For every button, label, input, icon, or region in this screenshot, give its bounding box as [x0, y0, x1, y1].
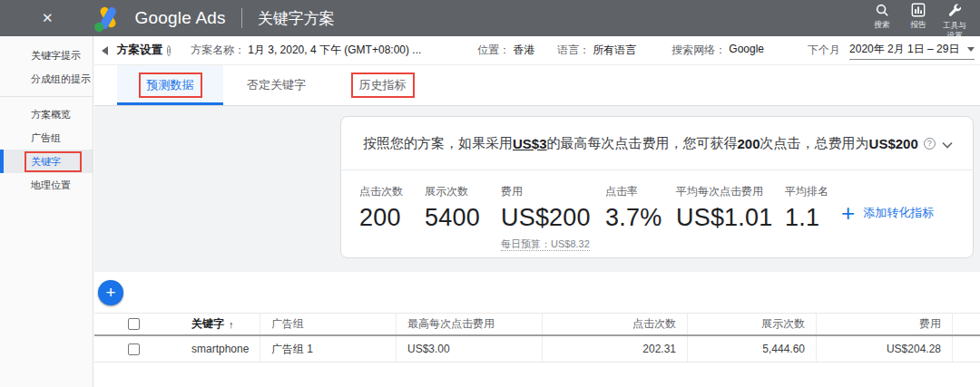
metric-impressions: 展示次数 5400 — [425, 184, 501, 232]
search-icon — [875, 3, 889, 17]
plan-settings-bar: 方案设置 i 方案名称： 1月 3, 2020, 4 下午 (GMT+08:00… — [94, 36, 980, 65]
sidebar-item-keyword-ideas[interactable]: 关键字提示 — [0, 44, 93, 67]
metric-cost: 费用 US$200 每日预算：US$8.32 — [501, 184, 605, 251]
keywords-table-section: + 关键字 ↑ 广告组 最高每次点击费用 点击次数 展示次数 费用 — [94, 272, 980, 387]
search-label: 搜索 — [875, 20, 890, 29]
header-ad-group[interactable]: 广告组 — [260, 314, 397, 334]
metric-avg-position: 平均排名 1.1 — [785, 184, 841, 232]
daily-budget[interactable]: 每日预算：US$8.32 — [501, 237, 605, 251]
add-conversion-metrics-button[interactable]: + 添加转化指标 — [841, 204, 934, 222]
tools-settings-button[interactable]: 工具与 设置 — [936, 0, 973, 40]
cell-impressions: 5,444.60 — [688, 336, 817, 362]
row-checkbox[interactable] — [128, 343, 140, 355]
header-impressions[interactable]: 展示次数 — [688, 314, 817, 334]
table-row[interactable]: smartphone 广告组 1 US$3.00 202.31 5,444.60… — [94, 336, 980, 363]
plan-settings-title: 方案设置 — [117, 43, 162, 58]
max-cpc-value: US$3 — [513, 136, 547, 151]
caret-down-icon — [967, 47, 975, 52]
cell-ad-group: 广告组 1 — [260, 336, 397, 362]
reports-button[interactable]: 报告 — [900, 0, 936, 40]
metric-ctr: 点击率 3.7% — [605, 184, 676, 232]
sort-asc-icon: ↑ — [229, 319, 234, 330]
add-keyword-button[interactable]: + — [98, 280, 123, 305]
date-range-prefix: 下个月 — [808, 43, 840, 58]
page-title: 关键字方案 — [258, 8, 335, 29]
collapse-chevron-icon[interactable] — [942, 136, 953, 151]
brand-name: Google Ads — [135, 8, 226, 28]
wrench-icon — [947, 3, 963, 18]
info-icon[interactable]: i — [167, 45, 171, 56]
forecast-summary-card: 按照您的方案，如果采用 US$3的最高每次点击费用，您可获得 200 次点击，总… — [340, 116, 974, 258]
forecast-summary-header: 按照您的方案，如果采用 US$3的最高每次点击费用，您可获得 200 次点击，总… — [341, 117, 973, 170]
sidebar-item-locations[interactable]: 地理位置 — [0, 173, 93, 197]
search-button[interactable]: 搜索 — [864, 0, 900, 40]
metric-avg-cpc: 平均每次点击费用 US$1.01 — [676, 184, 785, 232]
cell-max-cpc: US$3.00 — [397, 336, 543, 362]
sidebar-item-plan-overview[interactable]: 方案概览 — [0, 102, 93, 126]
cell-clicks: 202.31 — [543, 336, 688, 362]
left-nav: 关键字提示 分成组的提示 方案概览 广告组 关键字 地理位置 — [0, 36, 93, 387]
reports-label: 报告 — [911, 20, 926, 29]
google-ads-logo-icon — [92, 5, 124, 32]
forecast-metrics: 点击次数 200 展示次数 5400 费用 US$200 每日预算：US$8.3… — [341, 170, 973, 251]
annotation-box-historical-tab: 历史指标 — [351, 73, 415, 98]
total-cost-value: US$200 — [869, 136, 918, 151]
header-cost[interactable]: 费用 — [817, 314, 953, 334]
select-all-checkbox[interactable] — [128, 318, 140, 330]
header-clicks[interactable]: 点击次数 — [543, 314, 688, 334]
field-plan-name[interactable]: 方案名称： 1月 3, 2020, 4 下午 (GMT+08:00) ... — [191, 43, 421, 58]
sidebar-divider — [0, 96, 93, 97]
clicks-value: 200 — [738, 136, 760, 151]
sidebar-item-grouped-ideas[interactable]: 分成组的提示 — [0, 67, 93, 91]
tab-historical-metrics[interactable]: 历史指标 — [329, 65, 436, 105]
tab-negative-keywords[interactable]: 否定关键字 — [223, 65, 329, 105]
collapse-back-icon[interactable] — [102, 46, 108, 55]
table-toolbar: + — [94, 272, 980, 313]
help-icon[interactable]: ? — [924, 138, 936, 150]
cell-cost: US$204.28 — [817, 336, 953, 362]
field-location[interactable]: 位置： 香港 — [477, 43, 534, 58]
field-language[interactable]: 语言： 所有语言 — [557, 43, 636, 58]
metric-clicks: 点击次数 200 — [359, 184, 425, 232]
cell-keyword: smartphone — [94, 336, 260, 362]
sidebar-item-ad-groups[interactable]: 广告组 — [0, 126, 93, 150]
sidebar-item-keywords[interactable]: 关键字 — [0, 150, 93, 173]
plus-icon: + — [841, 204, 855, 222]
header-max-cpc[interactable]: 最高每次点击费用 — [397, 314, 543, 334]
close-icon[interactable]: ✕ — [42, 10, 54, 26]
table-header-row: 关键字 ↑ 广告组 最高每次点击费用 点击次数 展示次数 费用 — [94, 313, 980, 336]
tab-forecast[interactable]: 预测数据 — [117, 65, 223, 105]
date-range-select[interactable]: 2020年 2月 1日 – 29日 — [849, 42, 975, 60]
topbar-divider — [241, 8, 242, 28]
plan-tabs: 预测数据 否定关键字 历史指标 — [94, 65, 980, 106]
annotation-box-forecast-tab: 预测数据 — [139, 73, 202, 98]
top-app-bar: ✕ Google Ads 关键字方案 搜索 — [0, 0, 980, 36]
topbar-actions: 搜索 报告 工具与 设置 — [864, 0, 980, 40]
main-content: 按照您的方案，如果采用 US$3的最高每次点击费用，您可获得 200 次点击，总… — [94, 106, 980, 387]
header-keyword[interactable]: 关键字 ↑ — [94, 314, 260, 334]
field-search-network[interactable]: 搜索网络： Google — [671, 43, 764, 58]
annotation-box-keywords: 关键字 — [24, 151, 82, 172]
report-chart-icon — [911, 3, 926, 17]
